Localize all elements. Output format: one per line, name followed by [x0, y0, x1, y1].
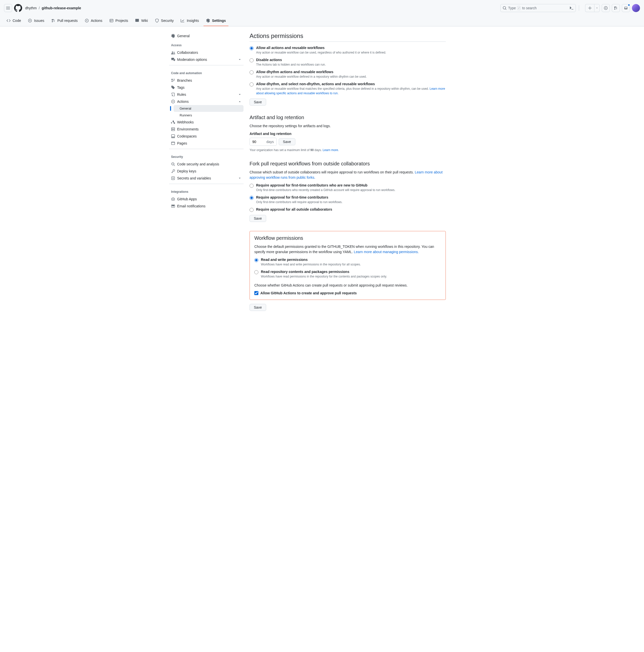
sidebar-actions-general[interactable]: General	[174, 105, 243, 112]
sidebar-email-notifications[interactable]: Email notifications	[169, 202, 243, 210]
sidebar-deploy-keys[interactable]: Deploy keys	[169, 168, 243, 175]
sidebar-secrets[interactable]: Secrets and variables	[169, 175, 243, 182]
nav-pull-requests[interactable]: Pull requests	[49, 16, 80, 26]
sidebar-moderation[interactable]: Moderation options	[169, 56, 243, 63]
radio-allow-owner-desc: Any action or reusable workflow defined …	[256, 74, 367, 79]
nav-actions[interactable]: Actions	[82, 16, 105, 26]
settings-sidebar: General Access Collaborators Moderation …	[169, 32, 243, 320]
create-new-button-group	[585, 4, 600, 12]
tag-icon	[171, 85, 175, 89]
fork-save-button[interactable]: Save	[250, 215, 266, 222]
sidebar-group-automation: Code and automation	[169, 67, 243, 77]
sidebar-webhooks[interactable]: Webhooks	[169, 119, 243, 126]
workflow-learn-more-link[interactable]: Learn more about managing permissions.	[354, 250, 419, 254]
radio-disable[interactable]	[250, 58, 254, 62]
sidebar-environments[interactable]: Environments	[169, 126, 243, 133]
create-new-dropdown[interactable]	[594, 4, 600, 12]
actions-permissions-save-button[interactable]: Save	[250, 99, 266, 106]
radio-allow-select[interactable]	[250, 82, 254, 86]
notification-dot-icon	[628, 4, 630, 6]
issue-opened-icon	[604, 6, 608, 10]
nav-settings[interactable]: Settings	[204, 16, 228, 26]
nav-wiki[interactable]: Wiki	[133, 16, 150, 26]
sidebar-code-security[interactable]: Code security and analysis	[169, 161, 243, 168]
radio-fork-new-github[interactable]	[250, 184, 254, 188]
section-fork-workflows: Fork pull request workflows from outside…	[250, 161, 446, 222]
github-logo[interactable]	[14, 4, 22, 12]
sidebar-general[interactable]: General	[169, 32, 243, 39]
nav-insights[interactable]: Insights	[178, 16, 201, 26]
sidebar-tags[interactable]: Tags	[169, 84, 243, 91]
sidebar-actions-runners[interactable]: Runners	[174, 112, 243, 119]
people-icon	[171, 51, 175, 55]
sidebar-pages[interactable]: Pages	[169, 140, 243, 147]
browser-icon	[171, 141, 175, 145]
search-placeholder-suffix: to search	[522, 6, 537, 10]
breadcrumb-owner[interactable]: dhythm	[25, 6, 37, 10]
hamburger-icon	[6, 6, 10, 10]
workflow-save-button[interactable]: Save	[250, 304, 266, 311]
breadcrumb-separator: /	[39, 6, 40, 10]
retention-note: Your organization has set a maximum limi…	[250, 148, 446, 152]
repo-push-icon	[171, 92, 175, 97]
user-avatar[interactable]	[632, 4, 640, 12]
sidebar-collaborators[interactable]: Collaborators	[169, 49, 243, 56]
retention-learn-more-link[interactable]: Learn more.	[323, 148, 339, 152]
radio-allow-select-desc: Any action or reusable workflow that mat…	[256, 86, 446, 96]
nav-projects[interactable]: Projects	[107, 16, 131, 26]
sidebar-github-apps[interactable]: GitHub Apps	[169, 195, 243, 202]
sidebar-group-access: Access	[169, 39, 243, 49]
sidebar-branches[interactable]: Branches	[169, 77, 243, 84]
sidebar-codespaces[interactable]: Codespaces	[169, 133, 243, 140]
git-pull-request-icon	[614, 6, 618, 10]
radio-read-write[interactable]	[254, 258, 258, 262]
repo-nav: Code Issues Pull requests Actions Projec…	[0, 16, 644, 26]
svg-rect-12	[172, 137, 175, 138]
workflow-title: Workflow permissions	[254, 235, 441, 241]
svg-point-3	[29, 20, 30, 21]
radio-read-only-desc: Workflows have read permissions in the r…	[261, 274, 387, 279]
git-branch-icon	[171, 78, 175, 82]
checkbox-allow-create-pr[interactable]	[254, 291, 258, 295]
nav-code[interactable]: Code	[4, 16, 23, 26]
git-pull-request-icon	[51, 19, 55, 23]
chevron-down-icon	[238, 93, 241, 96]
radio-fork-all[interactable]	[250, 208, 254, 212]
svg-point-14	[172, 163, 174, 165]
radio-disable-label: Disable actions	[256, 58, 326, 62]
radio-allow-all[interactable]	[250, 46, 254, 50]
retention-days-input[interactable]	[252, 140, 264, 144]
mail-icon	[171, 204, 175, 208]
sidebar-actions[interactable]: Actions	[169, 98, 243, 105]
sidebar-rules[interactable]: Rules	[169, 91, 243, 98]
issue-opened-icon	[28, 19, 32, 23]
key-asterisk-icon	[171, 176, 175, 180]
book-icon	[135, 19, 139, 23]
radio-fork-all-label: Require approval for all outside collabo…	[256, 207, 332, 211]
header-actions	[585, 4, 640, 12]
notifications-button[interactable]	[622, 4, 630, 12]
app-header: dhythm / github-release-example Type / t…	[0, 0, 644, 16]
search-icon	[503, 6, 507, 10]
issues-shortcut-button[interactable]	[602, 4, 610, 12]
table-icon	[109, 19, 113, 23]
chevron-down-icon	[238, 176, 241, 180]
nav-security[interactable]: Security	[152, 16, 176, 26]
nav-issues[interactable]: Issues	[25, 16, 47, 26]
radio-fork-first-time[interactable]	[250, 196, 254, 200]
retention-save-button[interactable]: Save	[279, 138, 295, 145]
breadcrumb-repo[interactable]: github-release-example	[42, 6, 81, 10]
pull-requests-shortcut-button[interactable]	[612, 4, 620, 12]
create-new-button[interactable]	[585, 4, 594, 12]
chevron-down-icon	[238, 58, 241, 61]
hamburger-menu-button[interactable]	[4, 4, 12, 12]
retention-field-label: Artifact and log retention	[250, 132, 446, 136]
key-icon	[171, 169, 175, 173]
search-input[interactable]: Type / to search	[500, 4, 576, 12]
radio-allow-owner[interactable]	[250, 71, 254, 74]
code-icon	[6, 19, 10, 23]
actions-permissions-title: Actions permissions	[250, 32, 446, 42]
svg-point-1	[605, 7, 606, 8]
workflow-desc: Choose the default permissions granted t…	[254, 244, 441, 254]
radio-read-only[interactable]	[254, 270, 258, 274]
